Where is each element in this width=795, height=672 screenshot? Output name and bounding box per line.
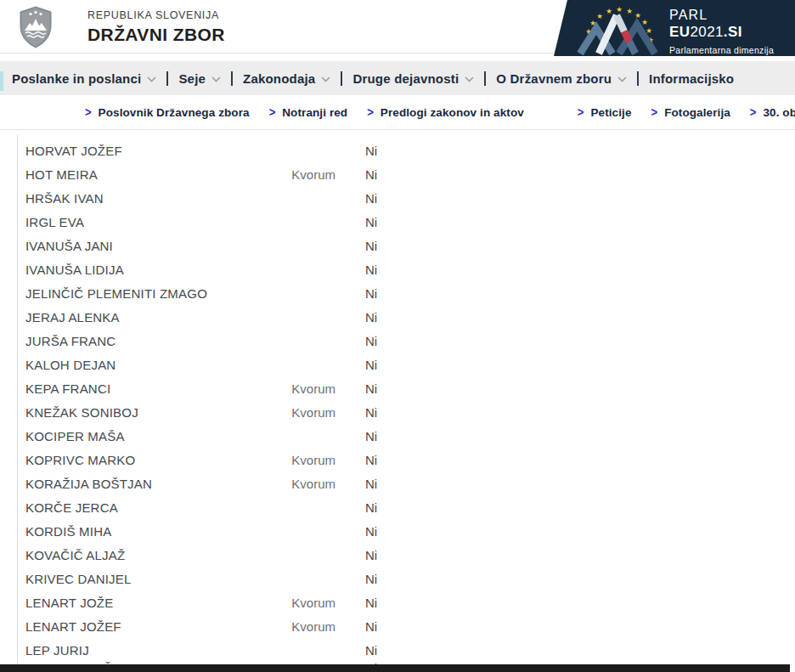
nav-item-label: O Državnem zboru xyxy=(496,71,612,86)
vote-cell: Ni xyxy=(365,500,795,515)
vote-rows: HORVAT JOŽEF Ni HOT MEIRA Kvorum Ni HRŠA… xyxy=(0,138,795,672)
vote-cell: Ni xyxy=(365,144,795,158)
mp-name: KALOH DEJAN xyxy=(25,358,289,372)
vote-cell: Ni xyxy=(365,263,795,277)
mp-name: KOPRIVC MARKO xyxy=(25,453,289,467)
republic-label: REPUBLIKA SLOVENIJA xyxy=(87,9,225,21)
mp-name: IRGL EVA xyxy=(25,215,289,229)
table-row: KEPA FRANCI Kvorum Ni xyxy=(0,376,795,400)
nav-item[interactable]: Zakonodaja xyxy=(243,71,330,86)
mp-name: HRŠAK IVAN xyxy=(25,191,289,206)
eu-presidency-banner[interactable]: ★ ★ ★ ★ ★ ★ ★ ★ ★ ★ ★ xyxy=(554,0,795,56)
vote-cell: Ni xyxy=(365,524,795,539)
nav-accent-stripe xyxy=(0,71,3,91)
svg-text:★: ★ xyxy=(641,18,648,26)
svg-text:★: ★ xyxy=(606,7,612,15)
mp-name: LENART JOŽEF xyxy=(25,619,289,634)
kvorum-cell: Kvorum xyxy=(289,477,335,491)
nav-item[interactable]: Informacijsko xyxy=(649,71,734,86)
mp-name: KORDIŠ MIHA xyxy=(25,524,289,539)
coat-of-arms-icon[interactable] xyxy=(19,6,53,48)
mp-name: KRIVEC DANIJEL xyxy=(25,572,289,586)
svg-text:★: ★ xyxy=(596,12,603,20)
mp-name: KORČE JERCA xyxy=(25,500,289,515)
subnav-item[interactable]: > Peticije xyxy=(578,106,632,119)
vote-cell: Ni xyxy=(365,239,795,253)
chevron-down-icon xyxy=(211,76,221,82)
mp-name: KOCIPER MAŠA xyxy=(25,429,289,443)
chevron-right-icon: > xyxy=(651,105,658,120)
mp-name: JURŠA FRANC xyxy=(25,334,289,348)
vote-cell: Ni xyxy=(365,453,795,467)
chevron-right-icon: > xyxy=(750,105,757,120)
nav-item-label: Druge dejavnosti xyxy=(352,71,459,86)
chevron-right-icon: > xyxy=(578,105,584,120)
mp-name: JELINČIČ PLEMENITI ZMAGO xyxy=(25,286,289,301)
bottom-dark-bar xyxy=(0,664,790,672)
kvorum-cell: Kvorum xyxy=(289,596,335,610)
table-row: KRIVEC DANIJEL Ni xyxy=(0,567,795,590)
eu-banner-line3: Parlamentarna dimenzija xyxy=(669,45,774,55)
mp-name: HOT MEIRA xyxy=(25,167,289,182)
chevron-right-icon: > xyxy=(269,105,276,120)
mp-name: KORAŽIJA BOŠTJAN xyxy=(25,477,289,491)
svg-text:★: ★ xyxy=(626,7,633,15)
eu-stars-mountain-logo: ★ ★ ★ ★ ★ ★ ★ ★ ★ ★ ★ xyxy=(576,3,666,55)
subnav-item[interactable]: > Notranji red xyxy=(269,106,348,119)
vote-cell: Ni xyxy=(365,286,795,301)
vote-list: HORVAT JOŽEF Ni HOT MEIRA Kvorum Ni HRŠA… xyxy=(0,130,795,672)
subnav-item[interactable]: > Poslovnik Državnega zbora xyxy=(85,106,250,119)
subnav-item-label: Poslovnik Državnega zbora xyxy=(99,106,250,119)
mp-name: HORVAT JOŽEF xyxy=(25,144,289,158)
subnav-item-label: 30. obletni xyxy=(763,106,795,119)
mp-name: IVANUŠA JANI xyxy=(25,239,289,253)
chevron-down-icon xyxy=(321,76,330,82)
vote-cell: Ni xyxy=(365,381,795,396)
sub-nav: > Poslovnik Državnega zbora > Notranji r… xyxy=(0,95,795,130)
nav-item[interactable]: Seje xyxy=(178,71,221,86)
chevron-down-icon xyxy=(147,76,156,82)
nav-item-label: Informacijsko xyxy=(649,71,734,86)
table-row: KALOH DEJAN Ni xyxy=(0,353,795,376)
nav-item[interactable]: Poslanke in poslanci xyxy=(12,71,156,86)
subnav-item[interactable]: > Fotogalerija xyxy=(651,106,730,119)
subnav-item[interactable]: > 30. obletni xyxy=(750,106,795,119)
vote-cell: Ni xyxy=(365,429,795,443)
table-row: JERAJ ALENKA Ni xyxy=(0,305,795,329)
kvorum-cell: Kvorum xyxy=(289,167,335,182)
nav-item-label: Zakonodaja xyxy=(243,71,315,86)
vote-cell: Ni xyxy=(365,358,795,372)
vote-cell: Ni xyxy=(365,215,795,229)
table-row: LENART JOŽEF Kvorum Ni xyxy=(0,614,795,638)
mp-name: LEP JURIJ xyxy=(25,643,289,658)
table-row: KORČE JERCA Ni xyxy=(0,495,795,519)
eu-banner-text: PARL EU2021.SI Parlamentarna dimenzija xyxy=(669,8,774,55)
subnav-item[interactable]: > Predlogi zakonov in aktov xyxy=(367,106,524,119)
nav-item[interactable]: Druge dejavnosti xyxy=(352,71,474,86)
mp-name: KNEŽAK SONIBOJ xyxy=(25,405,289,420)
nav-item[interactable]: O Državnem zboru xyxy=(496,71,627,86)
nav-separator xyxy=(341,71,342,86)
table-row: KOVAČIČ ALJAŽ Ni xyxy=(0,543,795,567)
mp-name: KEPA FRANCI xyxy=(25,381,289,396)
table-row: JELINČIČ PLEMENITI ZMAGO Ni xyxy=(0,281,795,305)
vote-cell: Ni xyxy=(365,334,795,348)
table-row: IVANUŠA JANI Ni xyxy=(0,234,795,257)
chevron-right-icon: > xyxy=(367,105,374,120)
svg-text:★: ★ xyxy=(634,11,641,20)
site-header: REPUBLIKA SLOVENIJA DRŽAVNI ZBOR ★ ★ ★ ★… xyxy=(0,0,795,56)
table-row: KORAŽIJA BOŠTJAN Kvorum Ni xyxy=(0,472,795,495)
subnav-item-label: Predlogi zakonov in aktov xyxy=(381,106,524,119)
vote-cell: Ni xyxy=(365,477,795,491)
table-row: KOPRIVC MARKO Kvorum Ni xyxy=(0,448,795,472)
main-nav: Poslanke in poslanci Seje Zakonodaja Dru… xyxy=(0,61,795,95)
site-logo-text[interactable]: REPUBLIKA SLOVENIJA DRŽAVNI ZBOR xyxy=(87,9,225,45)
table-row: IVANUŠA LIDIJA Ni xyxy=(0,257,795,281)
eu-banner-line2: EU2021.SI xyxy=(669,24,774,41)
nav-item-label: Poslanke in poslanci xyxy=(12,71,141,86)
vote-cell: Ni xyxy=(365,643,795,658)
vote-cell: Ni xyxy=(365,572,795,586)
nav-separator xyxy=(484,71,486,86)
page: REPUBLIKA SLOVENIJA DRŽAVNI ZBOR ★ ★ ★ ★… xyxy=(0,0,795,672)
kvorum-cell: Kvorum xyxy=(289,619,335,634)
